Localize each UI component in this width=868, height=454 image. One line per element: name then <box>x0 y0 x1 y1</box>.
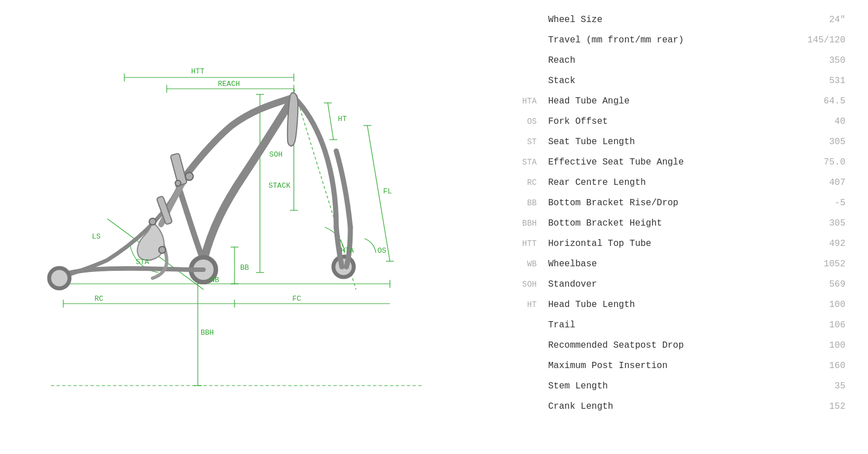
spec-name-12: Wheelbase <box>542 259 789 269</box>
spec-value-12: 1052 <box>789 259 845 269</box>
spec-name-2: Reach <box>542 55 789 66</box>
spec-abbr-7: STA <box>509 158 542 167</box>
label-ht: HT <box>338 115 347 123</box>
spec-name-18: Stem Length <box>542 381 789 391</box>
specs-list: Wheel Size24"Travel (mm front/mm rear)14… <box>509 11 845 418</box>
spec-name-4: Head Tube Angle <box>542 96 789 106</box>
spec-name-9: Bottom Bracket Rise/Drop <box>542 198 789 208</box>
label-rc: RC <box>94 295 103 303</box>
spec-name-15: Trail <box>542 320 789 330</box>
spec-value-2: 350 <box>789 55 845 66</box>
svg-point-40 <box>159 247 166 253</box>
spec-value-1: 145/120 <box>789 35 845 45</box>
spec-value-5: 40 <box>789 116 845 127</box>
bike-diagram: HTT REACH HT FL STACK BB WB RC FC BBH <box>17 52 480 403</box>
label-htt: HTT <box>191 67 205 76</box>
spec-row: OSFork Offset40 <box>509 113 845 133</box>
spec-name-13: Standover <box>542 279 789 289</box>
spec-name-16: Recommended Seatpost Drop <box>542 340 789 351</box>
spec-value-4: 64.5 <box>789 96 845 106</box>
spec-value-0: 24" <box>789 15 845 25</box>
spec-row: RCRear Centre Length407 <box>509 174 845 194</box>
spec-value-17: 160 <box>789 361 845 371</box>
svg-point-39 <box>149 218 156 225</box>
spec-abbr-4: HTA <box>509 97 542 106</box>
spec-row: Stack531 <box>509 72 845 93</box>
spec-row: Crank Length152 <box>509 398 845 418</box>
label-stack: STACK <box>268 181 290 190</box>
spec-value-11: 492 <box>789 239 845 249</box>
specs-area: Wheel Size24"Travel (mm front/mm rear)14… <box>497 0 868 454</box>
label-reach: REACH <box>218 80 240 88</box>
svg-point-42 <box>175 180 181 186</box>
spec-name-3: Stack <box>542 76 789 86</box>
spec-value-16: 100 <box>789 340 845 351</box>
spec-name-5: Fork Offset <box>542 116 789 127</box>
spec-value-18: 35 <box>789 381 845 391</box>
spec-name-17: Maximum Post Insertion <box>542 361 789 371</box>
spec-row: HTTHorizontal Top Tube492 <box>509 235 845 256</box>
spec-name-0: Wheel Size <box>542 15 789 25</box>
spec-row: HTHead Tube Length100 <box>509 296 845 317</box>
spec-abbr-13: SOH <box>509 280 542 289</box>
spec-abbr-12: WB <box>509 260 542 269</box>
spec-value-14: 100 <box>789 300 845 310</box>
spec-abbr-10: BBH <box>509 219 542 228</box>
spec-row: BBBottom Bracket Rise/Drop-5 <box>509 194 845 215</box>
spec-row: Trail106 <box>509 317 845 337</box>
spec-row: WBWheelbase1052 <box>509 256 845 276</box>
diagram-area: HTT REACH HT FL STACK BB WB RC FC BBH <box>0 0 497 454</box>
spec-value-19: 152 <box>789 401 845 412</box>
diagram-wrapper: HTT REACH HT FL STACK BB WB RC FC BBH <box>17 52 480 403</box>
spec-value-7: 75.0 <box>789 157 845 167</box>
spec-name-14: Head Tube Length <box>542 300 789 310</box>
spec-row: HTAHead Tube Angle64.5 <box>509 93 845 113</box>
spec-name-6: Seat Tube Length <box>542 137 789 147</box>
spec-row: Recommended Seatpost Drop100 <box>509 337 845 357</box>
spec-value-8: 407 <box>789 178 845 188</box>
spec-name-8: Rear Centre Length <box>542 178 789 188</box>
spec-row: Reach350 <box>509 52 845 72</box>
svg-point-35 <box>49 268 70 288</box>
svg-rect-0 <box>17 52 480 403</box>
spec-row: Maximum Post Insertion160 <box>509 357 845 378</box>
spec-row: BBHBottom Bracket Height305 <box>509 215 845 235</box>
label-os: OS <box>377 247 387 255</box>
label-sta: STA <box>136 258 149 266</box>
spec-value-10: 305 <box>789 218 845 228</box>
spec-abbr-8: RC <box>509 178 542 187</box>
spec-value-15: 106 <box>789 320 845 330</box>
spec-abbr-5: OS <box>509 117 542 126</box>
label-bb: BB <box>240 263 249 272</box>
spec-row: Stem Length35 <box>509 378 845 398</box>
spec-row: STAEffective Seat Tube Angle75.0 <box>509 154 845 174</box>
spec-name-11: Horizontal Top Tube <box>542 239 789 249</box>
spec-name-10: Bottom Bracket Height <box>542 218 789 228</box>
spec-row: SOHStandover569 <box>509 276 845 296</box>
spec-row: Travel (mm front/mm rear)145/120 <box>509 32 845 52</box>
spec-value-3: 531 <box>789 76 845 86</box>
spec-abbr-14: HT <box>509 300 542 309</box>
label-fl: FL <box>383 187 392 196</box>
spec-abbr-6: ST <box>509 137 542 146</box>
label-hta: HTA <box>341 247 354 255</box>
label-fc: FC <box>292 295 301 303</box>
spec-name-7: Effective Seat Tube Angle <box>542 157 789 167</box>
spec-value-13: 569 <box>789 279 845 289</box>
label-wb: WB <box>210 276 219 284</box>
spec-value-6: 305 <box>789 137 845 147</box>
spec-row: Wheel Size24" <box>509 11 845 32</box>
spec-value-9: -5 <box>789 198 845 208</box>
svg-point-41 <box>185 172 193 180</box>
spec-abbr-11: HTT <box>509 239 542 248</box>
label-ls: LS <box>92 232 101 241</box>
label-bbh: BBH <box>201 328 214 337</box>
spec-name-19: Crank Length <box>542 401 789 412</box>
spec-name-1: Travel (mm front/mm rear) <box>542 35 789 45</box>
spec-row: STSeat Tube Length305 <box>509 133 845 154</box>
label-soh: SOH <box>270 150 283 159</box>
spec-abbr-9: BB <box>509 198 542 207</box>
